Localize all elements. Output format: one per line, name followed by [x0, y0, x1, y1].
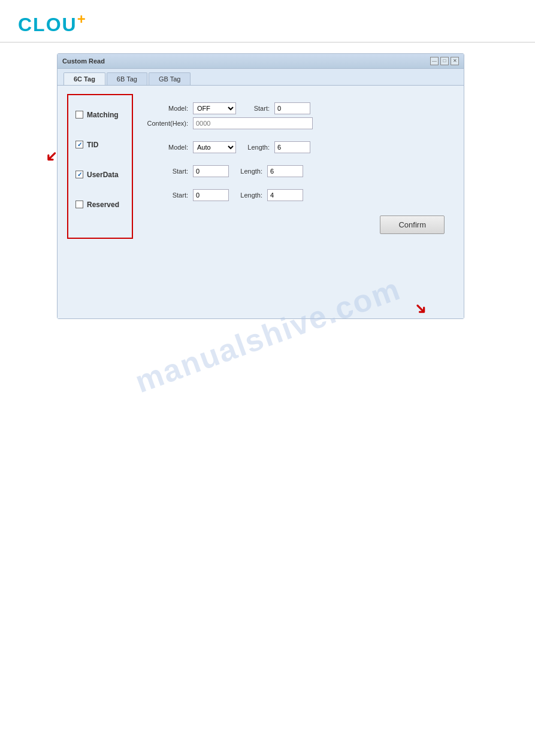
close-button[interactable]: ✕: [451, 57, 459, 65]
tid-length-label: Length:: [241, 144, 270, 151]
form-row-reserved: Start: Length:: [140, 189, 447, 201]
dialog-window: Custom Read — □ ✕ 6C Tag 6B Tag GB Tag M…: [57, 53, 464, 319]
logo: CLOU+: [18, 11, 517, 36]
matching-content-input[interactable]: [193, 117, 313, 129]
form-section-tid: Model: Auto Manual Length:: [138, 135, 449, 159]
tid-length-input[interactable]: [274, 141, 310, 153]
confirm-button[interactable]: Confirm: [380, 215, 445, 234]
matching-start-label: Start:: [241, 105, 270, 112]
userdata-start-input[interactable]: [193, 165, 229, 177]
checkbox-userdata[interactable]: [75, 171, 83, 178]
userdata-length-input[interactable]: [267, 165, 303, 177]
checkbox-row-tid: TID: [71, 130, 129, 160]
checkbox-matching[interactable]: [75, 111, 83, 119]
tab-gb-tag[interactable]: GB Tag: [149, 72, 191, 85]
dialog-content: Matching TID UserData Reserved: [58, 85, 464, 318]
label-tid: TID: [87, 141, 98, 149]
confirm-row: Confirm: [138, 207, 449, 236]
checkbox-panel: Matching TID UserData Reserved: [67, 94, 133, 239]
reserved-length-input[interactable]: [267, 189, 303, 201]
userdata-start-label: Start:: [140, 168, 188, 175]
logo-plus: +: [77, 11, 87, 27]
form-row-matching-model: Model: OFF ON Start:: [140, 102, 447, 114]
matching-start-input[interactable]: [274, 102, 310, 114]
reserved-length-label: Length:: [234, 192, 262, 199]
minimize-button[interactable]: —: [430, 57, 439, 65]
checkbox-row-reserved: Reserved: [71, 190, 129, 220]
matching-model-select[interactable]: OFF ON: [193, 102, 236, 114]
form-section-reserved: Start: Length:: [138, 183, 449, 207]
form-row-userdata: Start: Length:: [140, 165, 447, 177]
reserved-start-label: Start:: [140, 192, 188, 199]
checkbox-row-userdata: UserData: [71, 160, 129, 190]
matching-content-label: Content(Hex):: [140, 120, 188, 127]
form-row-tid-model: Model: Auto Manual Length:: [140, 141, 447, 153]
tid-model-label: Model:: [140, 144, 188, 151]
tabs-bar: 6C Tag 6B Tag GB Tag: [58, 69, 464, 85]
form-area: Model: OFF ON Start: Content(Hex):: [133, 94, 454, 239]
header: CLOU+: [0, 0, 535, 42]
label-reserved: Reserved: [87, 201, 119, 209]
form-section-matching: Model: OFF ON Start: Content(Hex):: [138, 96, 449, 135]
tab-6c-tag[interactable]: 6C Tag: [64, 72, 105, 85]
dialog-title: Custom Read: [62, 57, 105, 65]
dialog-controls: — □ ✕: [430, 57, 459, 65]
main-layout: Matching TID UserData Reserved: [67, 94, 454, 239]
form-row-matching-content: Content(Hex):: [140, 117, 447, 129]
checkbox-tid[interactable]: [75, 141, 83, 148]
restore-button[interactable]: □: [440, 57, 449, 65]
label-userdata: UserData: [87, 171, 119, 179]
label-matching: Matching: [87, 111, 119, 119]
checkbox-row-matching: Matching: [71, 100, 129, 130]
userdata-length-label: Length:: [234, 168, 262, 175]
dialog-titlebar: Custom Read — □ ✕: [58, 54, 464, 69]
logo-text: CLOU: [18, 14, 77, 35]
matching-model-label: Model:: [140, 105, 188, 112]
form-section-userdata: Start: Length:: [138, 159, 449, 183]
checkbox-reserved[interactable]: [75, 201, 83, 208]
tid-model-select[interactable]: Auto Manual: [193, 141, 236, 153]
tab-6b-tag[interactable]: 6B Tag: [107, 72, 147, 85]
reserved-start-input[interactable]: [193, 189, 229, 201]
